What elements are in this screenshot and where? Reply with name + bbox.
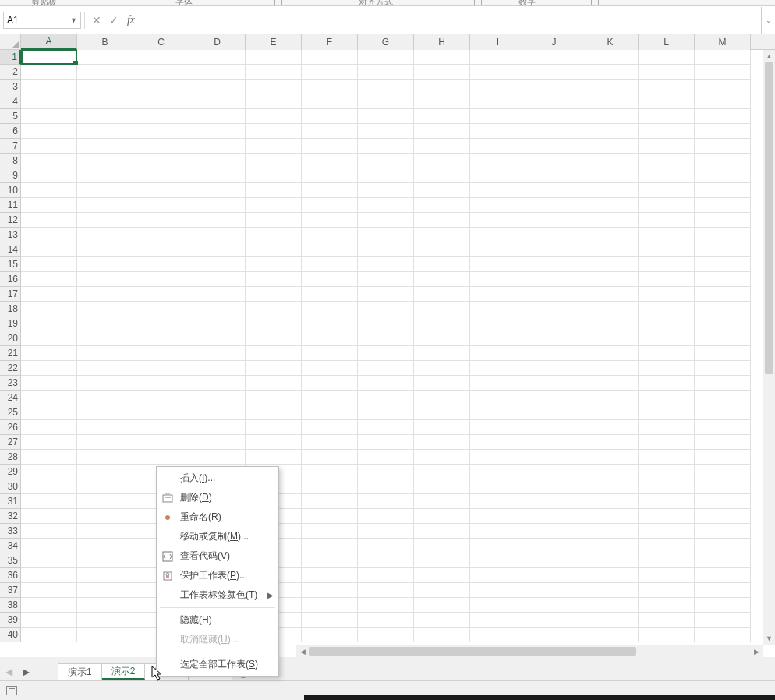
cell-M21[interactable] [695,346,751,361]
cell-F23[interactable] [302,376,358,391]
cell-J24[interactable] [526,391,582,405]
cell-J32[interactable] [526,509,582,524]
cell-E21[interactable] [246,346,302,361]
cell-M20[interactable] [695,331,751,346]
cell-A9[interactable] [21,168,77,183]
cell-I32[interactable] [470,509,526,524]
column-header-b[interactable]: B [77,34,133,50]
cell-F13[interactable] [302,228,358,242]
cell-K1[interactable] [582,50,639,65]
cell-K39[interactable] [582,613,639,628]
cell-M16[interactable] [695,272,751,287]
tab-nav-prev-icon[interactable]: ▶ [17,663,34,680]
cell-E28[interactable] [246,450,302,465]
cell-J39[interactable] [526,613,582,628]
cell-C4[interactable] [133,94,189,109]
cell-L38[interactable] [639,598,695,613]
cell-K15[interactable] [582,257,639,272]
formula-bar-expand-icon[interactable]: ⌄ [761,7,775,34]
cell-L18[interactable] [639,302,695,316]
cell-F11[interactable] [302,198,358,213]
cell-C13[interactable] [133,228,189,242]
cell-E24[interactable] [246,391,302,405]
cell-L13[interactable] [639,228,695,242]
cell-G26[interactable] [358,420,414,435]
cell-K20[interactable] [582,331,639,346]
cell-E15[interactable] [246,257,302,272]
cell-E5[interactable] [246,109,302,124]
cell-E10[interactable] [246,183,302,198]
cell-A30[interactable] [21,479,77,494]
cell-H24[interactable] [414,391,470,405]
cell-D10[interactable] [189,183,246,198]
cell-E4[interactable] [246,94,302,109]
cell-K14[interactable] [582,242,639,257]
cell-K12[interactable] [582,213,639,228]
cell-D16[interactable] [189,272,246,287]
cell-J28[interactable] [526,450,582,465]
cell-M4[interactable] [695,94,751,109]
cell-A37[interactable] [21,583,77,598]
row-header-11[interactable]: 11 [0,198,21,213]
cell-G19[interactable] [358,316,414,331]
cell-M31[interactable] [695,494,751,509]
cell-I3[interactable] [470,80,526,94]
cell-J36[interactable] [526,568,582,583]
cell-C27[interactable] [133,435,189,450]
cell-C5[interactable] [133,109,189,124]
row-header-34[interactable]: 34 [0,539,21,553]
cell-K27[interactable] [582,435,639,450]
cell-M28[interactable] [695,450,751,465]
cell-L29[interactable] [639,465,695,479]
cell-J6[interactable] [526,124,582,139]
cell-K32[interactable] [582,509,639,524]
row-header-2[interactable]: 2 [0,65,21,80]
row-header-28[interactable]: 28 [0,450,21,465]
column-header-e[interactable]: E [246,34,302,50]
cell-I38[interactable] [470,598,526,613]
cell-C28[interactable] [133,450,189,465]
cell-K30[interactable] [582,479,639,494]
cell-C11[interactable] [133,198,189,213]
cell-B27[interactable] [77,435,133,450]
cell-H35[interactable] [414,553,470,568]
cell-G20[interactable] [358,331,414,346]
cell-L8[interactable] [639,154,695,168]
cell-F15[interactable] [302,257,358,272]
cell-H21[interactable] [414,346,470,361]
cell-D1[interactable] [189,50,246,65]
row-header-40[interactable]: 40 [0,628,21,642]
cell-D5[interactable] [189,109,246,124]
cell-F35[interactable] [302,553,358,568]
cell-L17[interactable] [639,287,695,302]
cell-L9[interactable] [639,168,695,183]
menu-rename[interactable]: 重命名(R) [157,507,278,527]
cell-G2[interactable] [358,65,414,80]
cell-I30[interactable] [470,479,526,494]
cell-B24[interactable] [77,391,133,405]
row-header-32[interactable]: 32 [0,509,21,524]
cell-L24[interactable] [639,391,695,405]
ribbon-dialog-launcher-align[interactable] [474,0,482,5]
cell-D2[interactable] [189,65,246,80]
cell-G32[interactable] [358,509,414,524]
cell-I4[interactable] [470,94,526,109]
cell-L22[interactable] [639,361,695,376]
cell-B38[interactable] [77,598,133,613]
cell-L3[interactable] [639,80,695,94]
cell-K23[interactable] [582,376,639,391]
cell-C18[interactable] [133,302,189,316]
cell-H7[interactable] [414,139,470,154]
cell-J19[interactable] [526,316,582,331]
cell-H20[interactable] [414,331,470,346]
cell-A24[interactable] [21,391,77,405]
cell-D23[interactable] [189,376,246,391]
cell-J14[interactable] [526,242,582,257]
cell-D24[interactable] [189,391,246,405]
cell-E1[interactable] [246,50,302,65]
cell-J35[interactable] [526,553,582,568]
cell-B32[interactable] [77,509,133,524]
cell-B5[interactable] [77,109,133,124]
cell-C15[interactable] [133,257,189,272]
horizontal-scrollbar[interactable]: ◀ ▶ [296,645,763,657]
